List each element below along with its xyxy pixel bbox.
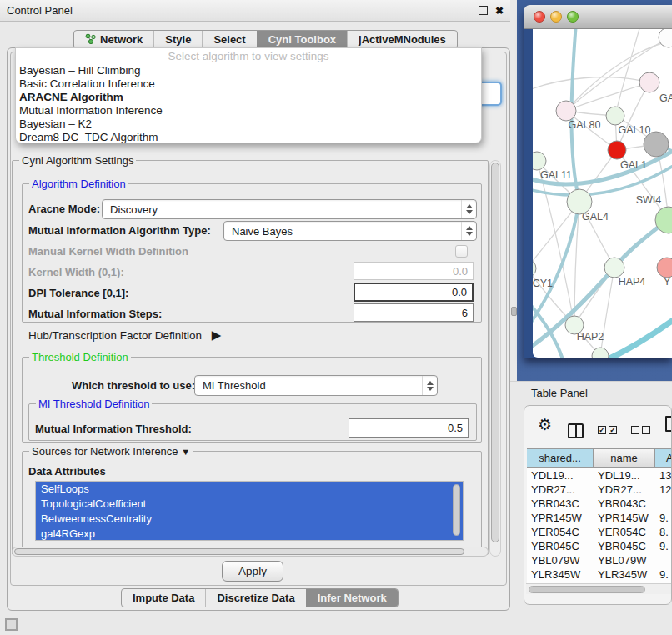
table-row[interactable]: YPR145WYPR145W9.: [527, 511, 672, 525]
tab-jactivemnodules[interactable]: jActiveMNodules: [347, 31, 457, 48]
float-window-icon[interactable]: [479, 6, 488, 15]
hub-definition-label: Hub/Transcription Factor Definition: [28, 329, 202, 342]
minimized-panel-icon[interactable]: [5, 618, 18, 631]
node-hap4[interactable]: [604, 258, 624, 278]
cyni-bottom-tabbar: Impute DataDiscretize DataInfer Network: [121, 588, 399, 608]
tab-label: jActiveMNodules: [359, 33, 446, 46]
table-cell: YLR345W: [594, 568, 655, 582]
apply-button[interactable]: Apply: [222, 561, 283, 582]
tab-style[interactable]: Style: [153, 31, 202, 48]
algorithm-option-mutual-information-inference[interactable]: Mutual Information Inference: [16, 104, 481, 118]
algorithm-option-basic-correlation-inference[interactable]: Basic Correlation Inference: [16, 78, 481, 91]
tab-cyni-toolbox[interactable]: Cyni Toolbox: [257, 31, 347, 48]
stepper-arrows-icon: [461, 200, 476, 218]
algorithm-option-bayesian-k2[interactable]: Bayesian – K2: [16, 118, 481, 131]
table-row[interactable]: YDR27...YDR27...12: [527, 482, 672, 497]
tab-discretize-data[interactable]: Discretize Data: [205, 589, 305, 607]
manual-kernel-width-checkbox[interactable]: [455, 245, 468, 258]
tab-network[interactable]: Network: [74, 31, 153, 48]
algorithm-option-aracne-algorithm[interactable]: ARACNE Algorithm: [16, 91, 481, 104]
network-window-titlebar[interactable]: [524, 5, 672, 29]
data-attributes-list[interactable]: SelfLoopsTopologicalCoefficientBetweenne…: [35, 481, 464, 541]
collapse-down-icon[interactable]: ▼: [181, 447, 190, 457]
attribute-item-betweennesscentrality[interactable]: BetweennessCentrality: [36, 512, 463, 527]
dpi-tolerance-value: 0.0: [452, 286, 467, 298]
node-gal10[interactable]: [606, 107, 624, 125]
threshold-definition-label: Threshold Definition: [29, 351, 131, 363]
tab-infer-network[interactable]: Infer Network: [306, 589, 398, 607]
column-layout-icon[interactable]: [568, 423, 584, 438]
tab-impute-data[interactable]: Impute Data: [122, 589, 205, 607]
node-gal[interactable]: [639, 72, 659, 92]
sources-title: Sources for Network Inference: [32, 445, 178, 458]
mi-algorithm-type-select[interactable]: Naive Bayes: [223, 221, 477, 241]
node-gcy1[interactable]: [533, 259, 536, 278]
column-header-shared[interactable]: shared...: [527, 449, 594, 467]
mi-steps-label: Mutual Information Steps:: [28, 308, 162, 321]
mi-steps-input[interactable]: 6: [354, 303, 474, 322]
attribute-item-topologicalcoefficient[interactable]: TopologicalCoefficient: [36, 497, 463, 512]
mi-threshold-label: Mutual Information Threshold:: [35, 422, 192, 436]
network-canvas[interactable]: GALGAL80GAL10GAL1GAL11GAL4SWI4GCY1HAP4YH…: [533, 29, 672, 358]
node-label-gal10: GAL10: [619, 124, 651, 136]
table-cell: YBL079W: [594, 553, 655, 568]
table-settings-gear-icon[interactable]: ⚙: [538, 417, 552, 432]
table-cell: YDL19...: [527, 468, 594, 482]
tab-label: Discretize Data: [217, 592, 294, 604]
kernel-width-input[interactable]: 0.0: [354, 262, 474, 280]
column-header-name[interactable]: name: [594, 449, 655, 467]
attribute-item-selfloops[interactable]: SelfLoops: [36, 482, 463, 497]
aracne-mode-value: Discovery: [110, 203, 158, 216]
column-header-a[interactable]: A: [655, 449, 672, 467]
split-pane-divider-handle[interactable]: [511, 307, 517, 316]
table-row[interactable]: YBL079WYBL079W: [527, 553, 672, 568]
mi-algorithm-type-value: Naive Bayes: [232, 225, 293, 238]
data-attributes-label: Data Attributes: [28, 465, 106, 478]
which-threshold-select[interactable]: MI Threshold: [194, 375, 438, 396]
manual-kernel-width-label: Manual Kernel Width Definition: [28, 245, 188, 258]
node-gal1[interactable]: [608, 141, 626, 159]
minimize-button[interactable]: [550, 11, 562, 22]
table-cell: YDR27...: [527, 482, 594, 497]
new-table-icon[interactable]: [665, 416, 672, 432]
aracne-mode-select[interactable]: Discovery: [102, 199, 477, 219]
deselect-all-checkbox-icon[interactable]: [642, 426, 650, 434]
table-cell: YDR27...: [594, 482, 655, 497]
table-row[interactable]: YDL19...YDL19...13: [527, 468, 672, 482]
close-button[interactable]: [534, 11, 545, 22]
expand-right-icon[interactable]: ▶: [212, 328, 222, 342]
select-all-checkbox-icon[interactable]: ✓: [609, 426, 617, 434]
table-row[interactable]: YBR043CYBR043C: [527, 497, 672, 511]
sources-group-label[interactable]: Sources for Network Inference ▼: [29, 445, 193, 458]
hub-definition-toggle[interactable]: Hub/Transcription Factor Definition ▶: [28, 328, 221, 342]
tab-label: Style: [165, 33, 191, 46]
attribute-item-gal4rgexp[interactable]: gal4RGexp: [36, 527, 463, 541]
table-horizontal-scrollbar[interactable]: [526, 583, 671, 594]
node-unlabeled[interactable]: [659, 29, 672, 48]
table-row[interactable]: YBR045CYBR045C9.: [527, 539, 672, 553]
node-gal80[interactable]: [556, 101, 576, 121]
network-highlight-edge: [604, 314, 672, 358]
settings-vertical-scrollbar[interactable]: [489, 160, 501, 557]
close-icon[interactable]: ✖: [495, 6, 504, 16]
tab-label: Select: [213, 33, 245, 46]
table-rows: YDL19...YDL19...13YDR27...YDR27...12YBR0…: [527, 468, 672, 594]
attributes-scrollbar[interactable]: [453, 484, 460, 536]
zoom-button[interactable]: [567, 11, 579, 22]
table-cell: YBR045C: [594, 539, 655, 553]
node-y[interactable]: [657, 258, 672, 278]
table-row[interactable]: YER054CYER054C8.: [527, 525, 672, 539]
deselect-all-checkbox-icon[interactable]: [631, 426, 639, 434]
mi-algorithm-type-label: Mutual Information Algorithm Type:: [28, 224, 211, 238]
table-row[interactable]: YLR345WYLR345W9.: [527, 568, 672, 582]
dpi-tolerance-input[interactable]: 0.0: [354, 282, 474, 302]
settings-horizontal-scrollbar[interactable]: [12, 547, 489, 557]
node-gal11[interactable]: [533, 152, 546, 170]
select-all-checkbox-icon[interactable]: ✓: [598, 426, 606, 434]
mi-threshold-input[interactable]: 0.5: [349, 418, 469, 438]
algorithm-option-bayesian-hill-climbing[interactable]: Bayesian – Hill Climbing: [16, 64, 481, 78]
algorithm-option-dream8-dc-tdc-algorithm[interactable]: Dream8 DC_TDC Algorithm: [16, 131, 481, 144]
node-unlabeled[interactable]: [644, 132, 669, 157]
stepper-arrows-icon: [461, 222, 476, 240]
tab-select[interactable]: Select: [202, 31, 256, 48]
